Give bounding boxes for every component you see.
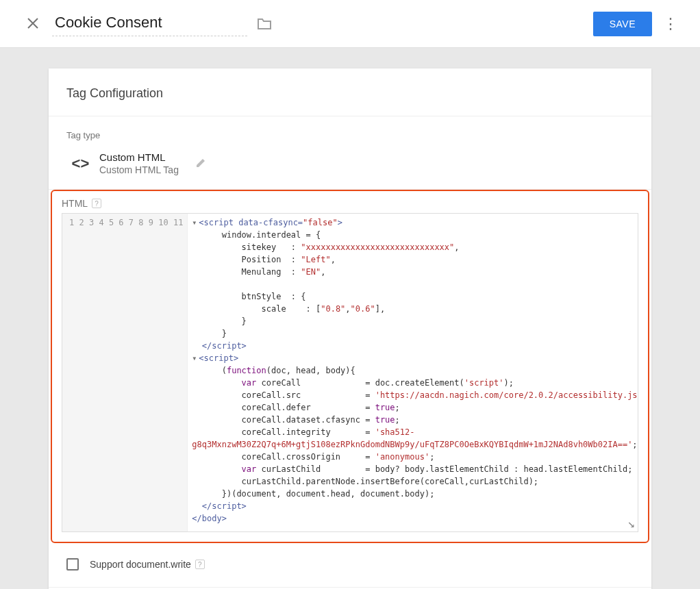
html-editor-highlight: HTML ? 1 2 3 4 5 6 7 8 9 10 11 ▾<script … — [51, 190, 649, 543]
code-brackets-icon: < > — [66, 155, 92, 173]
edit-pencil-icon[interactable] — [195, 156, 208, 171]
folder-icon[interactable] — [257, 18, 272, 30]
header-bar: SAVE ⋮ — [0, 0, 700, 48]
help-icon[interactable]: ? — [92, 199, 101, 208]
resize-handle-icon[interactable]: ↘ — [627, 516, 635, 530]
tag-config-card: Tag Configuration Tag type < > Custom HT… — [49, 68, 651, 589]
tag-type-name: Custom HTML — [99, 151, 179, 163]
close-icon[interactable] — [21, 10, 45, 38]
tag-type-subtitle: Custom HTML Tag — [99, 164, 179, 175]
line-gutter: 1 2 3 4 5 6 7 8 9 10 11 — [62, 214, 188, 531]
tag-type-label: Tag type — [49, 116, 651, 147]
html-code-editor[interactable]: 1 2 3 4 5 6 7 8 9 10 11 ▾<script data-cf… — [62, 213, 638, 532]
tag-type-row[interactable]: < > Custom HTML Custom HTML Tag — [49, 147, 651, 190]
checkbox[interactable] — [66, 558, 79, 571]
card-title: Tag Configuration — [49, 68, 651, 116]
support-document-write-row[interactable]: Support document.write ? — [49, 549, 651, 588]
checkbox-label: Support document.write — [90, 559, 191, 570]
html-field-label: HTML — [62, 198, 88, 209]
help-icon[interactable]: ? — [195, 560, 205, 569]
tag-title-input[interactable] — [52, 11, 247, 36]
kebab-menu-icon[interactable]: ⋮ — [652, 10, 689, 38]
code-body[interactable]: ▾<script data-cfasync="false"> window.in… — [188, 214, 638, 531]
save-button[interactable]: SAVE — [593, 12, 652, 36]
